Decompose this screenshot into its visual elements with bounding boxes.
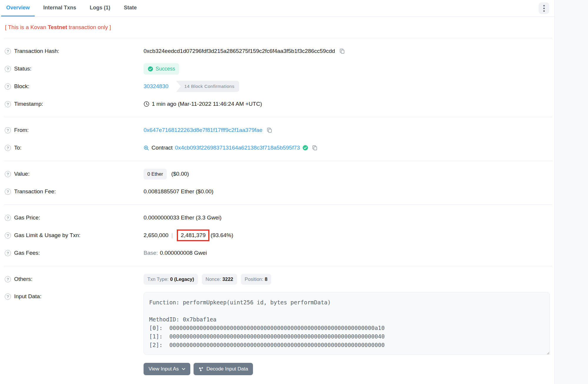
block-confirmations-badge: 14 Block Confirmations (176, 81, 239, 92)
row-input-data: ? Input Data: Function: performUpkeep(ui… (0, 288, 554, 377)
transaction-hash-label: Transaction Hash: (14, 48, 59, 54)
warning-bold: Testnet (48, 24, 67, 30)
gas-price-value: 0.0000000033 Ether (3.3 Gwei) (144, 214, 221, 221)
tabs: Overview Internal Txns Logs (1) State (1, 0, 145, 16)
nonce-badge: Nonce: 3222 (202, 274, 237, 285)
copy-icon[interactable] (339, 48, 345, 54)
txn-type-badge: Txn Type: 0 (Legacy) (144, 274, 198, 285)
tab-bar: Overview Internal Txns Logs (1) State (0, 0, 554, 17)
to-contract-prefix: Contract (151, 145, 173, 151)
row-others: ? Others: Txn Type: 0 (Legacy) Nonce: 32… (0, 270, 554, 288)
group-gas: ? Gas Price: 0.0000000033 Ether (3.3 Gwe… (0, 205, 554, 266)
input-data-actions: View Input As Decode Input Data (144, 363, 550, 375)
gas-fees-label: Gas Fees: (14, 250, 40, 256)
position-badge: Position: 8 (241, 274, 271, 285)
gas-fees-base-value: 0.000000008 Gwei (160, 250, 207, 256)
block-number-link[interactable]: 30324830 (144, 83, 169, 90)
row-transaction-hash: ? Transaction Hash: 0xcb324eedcd1d07296f… (0, 42, 554, 60)
status-label: Status: (14, 66, 31, 72)
help-icon[interactable]: ? (5, 232, 11, 239)
timestamp-label: Timestamp: (14, 101, 43, 107)
help-icon[interactable]: ? (5, 189, 11, 195)
value-usd: ($0.00) (171, 171, 189, 177)
transaction-fee-value: 0.0081885507 Ether ($0.00) (144, 188, 214, 195)
help-icon[interactable]: ? (5, 215, 11, 221)
help-icon[interactable]: ? (5, 66, 11, 72)
help-icon[interactable]: ? (5, 276, 11, 282)
kebab-menu-button[interactable] (539, 2, 549, 14)
tab-logs[interactable]: Logs (1) (85, 0, 115, 16)
help-icon[interactable]: ? (5, 127, 11, 133)
chevron-down-icon (182, 368, 185, 370)
gas-separator: | (171, 232, 173, 239)
copy-icon[interactable] (312, 145, 318, 151)
group-value-fee: ? Value: 0 Ether ($0.00) ? Transaction F… (0, 161, 554, 204)
row-transaction-fee: ? Transaction Fee: 0.0081885507 Ether ($… (0, 183, 554, 200)
magnifier-icon (144, 145, 149, 151)
group-addresses: ? From: 0x647e7168122263d8e7f81f17fff9c2… (0, 117, 554, 161)
from-address-link[interactable]: 0x647e7168122263d8e7f81f17fff9c2f1aa379f… (144, 127, 262, 133)
to-address-link[interactable]: 0x4cb093f226983713164a62138c3f718a5b595f… (175, 145, 300, 151)
input-data-textarea[interactable]: Function: performUpkeep(uint256 id, byte… (144, 292, 550, 355)
gas-used-value: 2,481,379 (181, 232, 206, 238)
gas-used-highlight-box: 2,481,379 (177, 229, 209, 241)
ether-value-badge: 0 Ether (144, 169, 167, 180)
row-gas-price: ? Gas Price: 0.0000000033 Ether (3.3 Gwe… (0, 209, 554, 227)
tab-internal-txns[interactable]: Internal Txns (38, 0, 81, 16)
status-badge: Success (144, 63, 179, 75)
row-value: ? Value: 0 Ether ($0.00) (0, 165, 554, 183)
row-timestamp: ? Timestamp: 1 min ago (Mar-11-2022 11:4… (0, 95, 554, 113)
copy-icon[interactable] (266, 127, 272, 133)
row-from: ? From: 0x647e7168122263d8e7f81f17fff9c2… (0, 121, 554, 139)
verified-check-icon (302, 145, 308, 151)
help-icon[interactable]: ? (5, 145, 11, 151)
group-summary: ? Transaction Hash: 0xcb324eedcd1d07296f… (0, 38, 554, 117)
transaction-overview-card: Overview Internal Txns Logs (1) State [ … (0, 0, 555, 384)
view-input-as-button[interactable]: View Input As (144, 363, 190, 375)
help-icon[interactable]: ? (5, 250, 11, 256)
check-circle-icon (148, 66, 153, 72)
group-others-input: ? Others: Txn Type: 0 (Legacy) Nonce: 32… (0, 266, 554, 384)
row-gas-limit-usage: ? Gas Limit & Usage by Txn: 2,650,000 | … (0, 227, 554, 244)
help-icon[interactable]: ? (5, 101, 11, 107)
gas-limit-value: 2,650,000 (144, 232, 169, 239)
warning-suffix: transaction only ] (67, 24, 111, 30)
transaction-fee-label: Transaction Fee: (14, 188, 56, 195)
help-icon[interactable]: ? (5, 171, 11, 177)
clock-icon (144, 101, 149, 107)
warning-prefix: [ This is a Kovan (5, 24, 48, 30)
input-data-label: Input Data: (14, 293, 41, 300)
testnet-warning: [ This is a Kovan Testnet transaction on… (0, 17, 554, 38)
decode-input-data-button[interactable]: Decode Input Data (194, 363, 253, 375)
transaction-hash-value: 0xcb324eedcd1d07296fdf3d215a2865275f159c… (144, 48, 335, 54)
tab-overview[interactable]: Overview (1, 0, 35, 16)
to-label: To: (14, 145, 21, 151)
tab-state[interactable]: State (119, 0, 142, 16)
row-status: ? Status: Success (0, 60, 554, 78)
row-to: ? To: Contract 0x4cb093f226983713164a621… (0, 139, 554, 157)
gas-limit-label: Gas Limit & Usage by Txn: (14, 232, 81, 239)
gas-used-percent: (93.64%) (211, 232, 233, 239)
from-label: From: (14, 127, 29, 133)
value-label: Value: (14, 171, 29, 177)
timestamp-value: 1 min ago (Mar-11-2022 11:46:24 AM +UTC) (152, 101, 262, 107)
block-label: Block: (14, 83, 29, 90)
help-icon[interactable]: ? (5, 48, 11, 54)
gas-price-label: Gas Price: (14, 214, 40, 221)
row-gas-fees: ? Gas Fees: Base: 0.000000008 Gwei (0, 244, 554, 262)
help-icon[interactable]: ? (5, 294, 11, 300)
status-value: Success (156, 66, 175, 72)
gas-fees-base-label: Base: (144, 250, 158, 256)
help-icon[interactable]: ? (5, 83, 11, 90)
others-label: Others: (14, 276, 32, 282)
row-block: ? Block: 30324830 14 Block Confirmations (0, 78, 554, 95)
decode-icon (199, 367, 204, 372)
kebab-dots-icon (543, 5, 545, 6)
